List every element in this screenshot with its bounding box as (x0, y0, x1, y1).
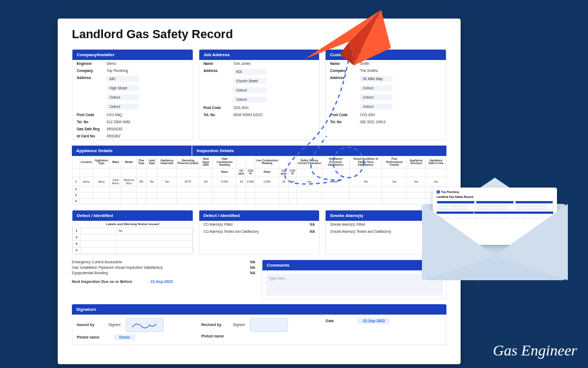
check-label: CO Alarm(s) Tested and Satifactory (204, 230, 259, 233)
column-header: High Combustion Reading (212, 156, 237, 168)
column-subheader (199, 168, 212, 177)
column-header: Appliance Inspected (157, 156, 176, 168)
table-cell (237, 192, 246, 198)
table-cell (157, 198, 176, 204)
address-line: Oxford (107, 94, 139, 100)
column-subheader: CO ppm (279, 168, 289, 177)
table-cell (80, 186, 93, 192)
appliance-header: Appliance Details (72, 146, 192, 156)
table-cell (199, 198, 212, 204)
defect-identified-block: Defect / Identified Labels and Warning N… (72, 210, 193, 255)
next-inspection-date: 22-Sep-2023 (150, 280, 173, 283)
table-cell (212, 186, 237, 192)
warning-label: Labels and Warning Notice Issued (72, 221, 193, 227)
table-cell (382, 198, 407, 204)
envelope-flap-left-icon (422, 204, 495, 280)
table-cell: Yes (382, 177, 407, 186)
address-line: Church Street (234, 78, 266, 84)
table-cell (146, 186, 157, 192)
field-label: Name (204, 62, 234, 65)
table-cell (121, 192, 136, 198)
table-cell (93, 186, 110, 192)
table-cell (110, 198, 121, 204)
column-header (72, 156, 80, 168)
table-cell (297, 198, 322, 204)
table-cell: demo (80, 177, 93, 186)
table-cell (246, 186, 255, 192)
field-value: 89030182 (107, 127, 188, 131)
column-subheader (93, 168, 110, 177)
date-value: 22-Sep-2022 (357, 318, 390, 324)
column-header: Flue Performance Checks (382, 156, 407, 168)
card-header: Job Address (199, 50, 320, 60)
inspection-header: Inspection Details (192, 146, 446, 156)
date-col: Date 22-Sep-2022 (326, 318, 442, 342)
table-cell: demo (93, 177, 110, 186)
check-label: Smoke Alarm(s) Fitted (330, 222, 365, 226)
column-subheader (350, 168, 382, 177)
field-label: Address (204, 69, 234, 75)
column-header: Model (121, 156, 136, 168)
column-subheader: CO2 % (246, 168, 255, 177)
table-cell (279, 198, 289, 204)
table-cell: 0.004 (246, 177, 255, 186)
field-label: Post Code (204, 106, 234, 110)
column-header: Low Combustion Reading (255, 156, 279, 168)
comments-textarea[interactable]: Type here... (266, 274, 443, 295)
column-subheader (121, 168, 136, 177)
table-cell (350, 186, 382, 192)
table-cell (157, 192, 176, 198)
job-address-card: Job Address NameTom Jones Address916 Chu… (199, 49, 320, 140)
table-cell (93, 198, 110, 204)
column-header: Ventilation Provision Satisfactory (322, 156, 349, 168)
check-value: NA (310, 222, 315, 226)
table-cell (382, 186, 407, 192)
signature-squiggle-icon (131, 321, 158, 329)
table-cell (297, 186, 322, 192)
table-cell: Yes (350, 177, 382, 186)
company-installer-card: Company/Installer EngineerDemo CompanyTo… (72, 49, 193, 140)
table-cell: 23 (279, 177, 289, 186)
table-cell (322, 198, 349, 204)
printed-name-value: Demo (114, 334, 135, 340)
checks-comments-row: Emergency Control AccessibleNA Gas Insta… (72, 260, 446, 299)
check-value: NA (310, 230, 315, 233)
block-header: Comments (262, 260, 446, 270)
check-label: Emergency Control Accessible (72, 260, 122, 264)
svg-marker-7 (495, 204, 568, 280)
column-subheader (136, 168, 146, 177)
printed-name-label: Pinted name (201, 334, 228, 338)
table-cell (177, 198, 199, 204)
column-header: Location (80, 156, 93, 168)
table-cell (255, 186, 279, 192)
table-cell: Yes (322, 177, 349, 186)
column-header: Safety Device Correct Operation (297, 156, 322, 168)
block-header: Defect / Identified (199, 210, 320, 221)
column-header (279, 156, 289, 168)
column-subheader: CO ppm (237, 168, 246, 177)
column-subheader: Ratio (212, 168, 237, 177)
table-cell: Yes (146, 177, 157, 186)
column-header: Appliance Type (93, 156, 110, 168)
signature-box[interactable] (126, 318, 164, 332)
table-cell (246, 198, 255, 204)
table-cell: Flexicom 30cx (121, 177, 136, 186)
table-cell: Yes (297, 177, 322, 186)
issued-by-col: Issued by Signed Pinted name Demo (77, 318, 193, 342)
envelope-flap-right-icon (495, 204, 568, 280)
table-cell (136, 198, 146, 204)
appliance-inspection-table: LocationAppliance TypeMakeModelFlue Type… (72, 156, 446, 204)
field-value: Tom Jones (234, 62, 315, 65)
table-cell (121, 198, 136, 204)
column-header: Appliance Safe to Use (426, 156, 446, 168)
column-header: Operating Pressure (mbar) (177, 156, 199, 168)
table-cell (350, 192, 382, 198)
table-cell (288, 198, 296, 204)
table-cell (110, 192, 121, 198)
column-header: Land Appl (146, 156, 157, 168)
check-value: NA (250, 260, 255, 264)
table-cell (322, 186, 349, 192)
check-value: NA (250, 266, 255, 269)
address-line: Oxford (360, 94, 393, 100)
signature-box[interactable] (250, 318, 288, 332)
